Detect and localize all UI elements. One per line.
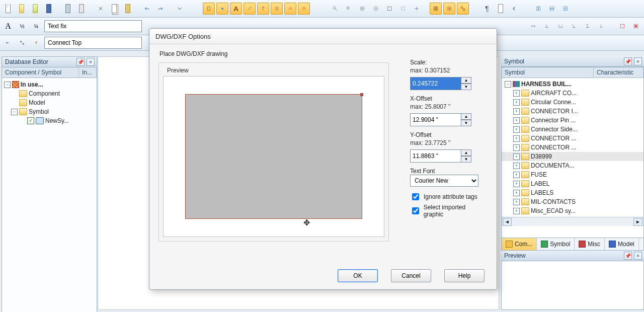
connect-mode-a-button[interactable]: [2, 37, 14, 49]
sym-expand[interactable]: +: [513, 181, 520, 187]
toolbar-btn-c[interactable]: A: [230, 3, 242, 15]
fraction-quarter-button[interactable]: ¼: [30, 20, 42, 32]
tab-com[interactable]: Com...: [502, 238, 537, 250]
dim-3-button[interactable]: [554, 20, 567, 32]
toolbar-btn-a[interactable]: [203, 3, 215, 15]
preview-graphic[interactable]: [185, 94, 362, 219]
sym-expand[interactable]: +: [513, 208, 520, 214]
scale-input[interactable]: [410, 77, 461, 90]
xoffset-spin-down[interactable]: ▼: [461, 120, 471, 126]
symbol-item[interactable]: +D38999: [502, 152, 643, 161]
zoom-in-button[interactable]: [329, 3, 341, 15]
tab-symbol[interactable]: Symbol: [537, 238, 575, 250]
sym-expand[interactable]: +: [513, 163, 520, 169]
sym-expand[interactable]: +: [513, 153, 520, 160]
backward-button[interactable]: [508, 3, 520, 15]
layout-3-button[interactable]: [559, 3, 572, 15]
zoom-fit-button[interactable]: [383, 3, 395, 15]
symbol-item[interactable]: +DOCUMENTA...: [502, 161, 643, 170]
toolbar-btn-g[interactable]: [284, 3, 296, 15]
symbol-panel-close[interactable]: ×: [634, 57, 642, 65]
preview-box[interactable]: [163, 76, 384, 237]
tree-root-label[interactable]: In use...: [21, 80, 43, 89]
sym-expand[interactable]: +: [513, 99, 520, 106]
text-style-input[interactable]: [44, 20, 142, 32]
layout-2-button[interactable]: [546, 3, 558, 15]
connect-mode-input[interactable]: [44, 37, 142, 49]
zoom-plus-button[interactable]: [356, 3, 368, 15]
toolbar-overflow-1[interactable]: [174, 3, 186, 15]
tab-model[interactable]: Model: [605, 238, 639, 250]
sheet-button[interactable]: [495, 3, 507, 15]
symbol-item[interactable]: +Misc_ECAD sy...: [502, 206, 643, 215]
tab-misc[interactable]: Misc: [575, 238, 605, 250]
text-a-button[interactable]: A: [2, 20, 14, 32]
fraction-half-button[interactable]: ½: [16, 20, 28, 32]
preview-button[interactable]: [75, 3, 88, 15]
yoffset-input[interactable]: [410, 149, 461, 163]
tree-leaf-newsy[interactable]: NewSy...: [45, 116, 69, 125]
paragraph-button[interactable]: ¶: [481, 3, 493, 15]
print-button[interactable]: [62, 3, 74, 15]
connect-mode-b-button[interactable]: [16, 37, 28, 49]
help-button[interactable]: Help: [444, 269, 485, 282]
symbol-list[interactable]: −HARNESS BUIL...+AIRCRAFT CO...+Circular…: [502, 78, 643, 217]
copy-button[interactable]: [108, 3, 120, 15]
toolbar-btn-b[interactable]: [216, 3, 228, 15]
cut-button[interactable]: [95, 3, 107, 15]
symbol-panel-pin[interactable]: 📌: [624, 57, 632, 65]
tree-node-model[interactable]: Model: [29, 98, 45, 107]
sym-expand[interactable]: +: [513, 135, 520, 142]
scale-spin-up[interactable]: ▲: [461, 77, 471, 84]
toolbar-btn-e[interactable]: [257, 3, 269, 15]
symbol-hscroll[interactable]: ◄ ►: [502, 217, 643, 226]
paste-button[interactable]: [122, 3, 134, 15]
ok-button[interactable]: OK: [338, 269, 378, 282]
cancel-button[interactable]: Cancel: [391, 269, 431, 282]
toolbar-btn-d[interactable]: [244, 3, 256, 15]
symbol-item[interactable]: +LABEL: [502, 179, 643, 188]
layout-1-button[interactable]: [532, 3, 544, 15]
symbol-item[interactable]: +Connector Side...: [502, 125, 643, 134]
sym-expand[interactable]: +: [513, 90, 520, 97]
tree-node-symbol[interactable]: Symbol: [29, 107, 49, 116]
dim-4-button[interactable]: [568, 20, 580, 32]
sym-expand[interactable]: +: [513, 190, 520, 196]
redo-button[interactable]: [154, 3, 167, 15]
sym-expand[interactable]: +: [513, 108, 520, 115]
connect-mode-c-button[interactable]: [30, 37, 42, 49]
sym-root[interactable]: HARNESS BUIL...: [521, 81, 572, 88]
symbol-item[interactable]: +CONNECTOR ...: [502, 143, 643, 152]
zoom-selection-button[interactable]: [397, 3, 409, 15]
dim-6-button[interactable]: [595, 20, 607, 32]
symbol-item[interactable]: +FUSE: [502, 170, 643, 179]
scroll-right-button[interactable]: ►: [633, 218, 642, 226]
symbol-item[interactable]: +LABELS: [502, 188, 643, 197]
grid-button[interactable]: [430, 3, 442, 15]
tree-collapse-symbol[interactable]: −: [11, 109, 18, 115]
open-file-button[interactable]: [16, 3, 28, 15]
toolbar-btn-h[interactable]: [298, 3, 310, 15]
dim-5-button[interactable]: [582, 20, 594, 32]
new-file-button[interactable]: [2, 3, 14, 15]
symbol-item[interactable]: +AIRCRAFT CO...: [502, 89, 643, 98]
pan-button[interactable]: [411, 3, 423, 15]
symbol-item[interactable]: +Connector Pin ...: [502, 116, 643, 125]
yoffset-spin-up[interactable]: ▲: [461, 149, 471, 156]
select-imported-checkbox[interactable]: [412, 207, 419, 214]
save-file-button[interactable]: [29, 3, 41, 15]
xoffset-input[interactable]: [410, 113, 461, 126]
bound-box-fill-button[interactable]: [630, 20, 642, 32]
sym-expand[interactable]: +: [513, 199, 520, 205]
preview-panel-pin[interactable]: 📌: [624, 252, 632, 260]
yoffset-spin-down[interactable]: ▼: [461, 156, 471, 163]
undo-button[interactable]: [141, 3, 153, 15]
dim-2-button[interactable]: [541, 20, 553, 32]
ortho-button[interactable]: [457, 3, 469, 15]
preview-panel-close[interactable]: ×: [634, 252, 642, 260]
sym-expand[interactable]: +: [513, 117, 520, 124]
ignore-attr-checkbox[interactable]: [412, 193, 419, 200]
symbol-item[interactable]: +Circular Conne...: [502, 98, 643, 107]
resize-handle[interactable]: [360, 93, 363, 96]
xoffset-spin-up[interactable]: ▲: [461, 113, 471, 120]
